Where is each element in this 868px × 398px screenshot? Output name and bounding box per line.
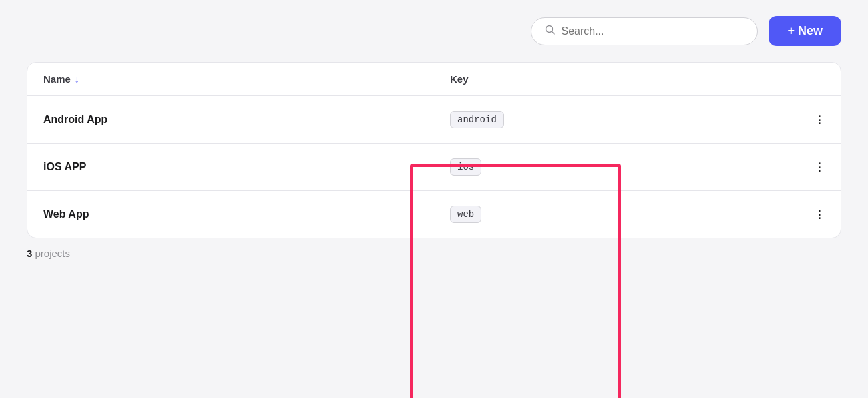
sort-icon: ↓	[75, 74, 79, 85]
projects-table: Name ↓ Key Android Appandroid⋮iOS APPios…	[27, 63, 841, 238]
footer: 3 projects	[27, 248, 841, 259]
key-badge: web	[450, 206, 481, 223]
table-row: Android Appandroid⋮	[27, 96, 841, 144]
row-actions-button[interactable]: ⋮	[718, 191, 841, 238]
row-actions-button[interactable]: ⋮	[718, 144, 841, 191]
project-name-cell: iOS APP	[27, 144, 434, 191]
main-content: Name ↓ Key Android Appandroid⋮iOS APPios…	[27, 62, 841, 382]
project-name-cell: Android App	[27, 96, 434, 144]
key-badge: android	[450, 111, 504, 128]
project-key-cell: web	[434, 191, 718, 238]
svg-line-1	[552, 31, 555, 34]
table-row: Web Appweb⋮	[27, 191, 841, 238]
top-bar: + New	[27, 16, 841, 46]
project-key-cell: android	[434, 96, 718, 144]
table-row: iOS APPios⋮	[27, 144, 841, 191]
table-container: Name ↓ Key Android Appandroid⋮iOS APPios…	[27, 62, 841, 238]
table-header-row: Name ↓ Key	[27, 63, 841, 96]
key-badge: ios	[450, 158, 481, 176]
name-column-header: Name ↓	[27, 63, 434, 96]
project-name-cell: Web App	[27, 191, 434, 238]
row-actions-button[interactable]: ⋮	[718, 96, 841, 144]
search-box[interactable]	[531, 17, 758, 45]
new-button[interactable]: + New	[769, 16, 841, 46]
project-key-cell: ios	[434, 144, 718, 191]
projects-count: 3	[27, 248, 32, 259]
search-input[interactable]	[561, 25, 744, 37]
actions-column-header	[718, 63, 841, 96]
key-column-header: Key	[434, 63, 718, 96]
projects-label: projects	[35, 248, 71, 259]
search-icon	[545, 25, 556, 38]
